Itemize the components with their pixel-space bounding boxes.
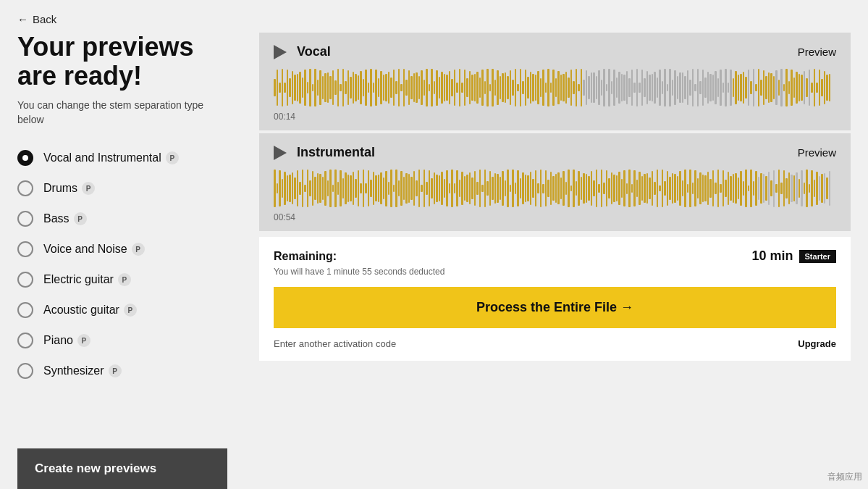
waveform-title-group-instrumental: Instrumental <box>274 145 375 160</box>
wave-bar <box>449 183 451 194</box>
wave-bar <box>469 172 471 204</box>
wave-bar <box>738 177 740 199</box>
wave-bar <box>806 170 808 207</box>
wave-bar <box>294 75 296 101</box>
wave-bar <box>439 175 441 201</box>
wave-bar <box>679 171 681 205</box>
wave-bar <box>505 72 507 102</box>
wave-bar <box>292 172 294 204</box>
wave-bar <box>277 183 279 193</box>
wave-bar <box>588 76 590 99</box>
wave-bar <box>436 70 438 106</box>
wave-bar <box>682 72 684 102</box>
wave-bar <box>570 70 573 105</box>
wave-bar <box>317 173 319 203</box>
wave-bar <box>684 76 686 99</box>
wave-bar <box>586 174 588 203</box>
activation-code-link[interactable]: Enter another activation code <box>274 338 396 349</box>
wave-bar <box>424 80 426 95</box>
wave-bar <box>694 170 696 206</box>
wave-bar <box>461 172 463 205</box>
pro-badge-drums: P <box>82 182 95 195</box>
pro-badge-synthesizer: P <box>109 364 122 377</box>
wave-bar <box>760 173 762 204</box>
wave-bar <box>755 171 757 206</box>
wave-bar <box>329 76 332 99</box>
wave-bar <box>791 70 793 105</box>
wave-bar <box>500 76 502 100</box>
wave-bar <box>547 180 549 197</box>
remaining-row: Remaining: 10 min Starter <box>274 248 836 264</box>
wave-bar <box>753 181 755 196</box>
wave-bar <box>748 185 750 192</box>
wave-bar <box>657 78 659 99</box>
upgrade-link[interactable]: Upgrade <box>798 338 836 349</box>
wave-bar <box>796 72 798 104</box>
wave-bar <box>593 72 595 102</box>
wave-bar <box>793 175 796 202</box>
wave-bar <box>649 177 651 199</box>
wave-bar <box>459 69 461 106</box>
wave-bar <box>530 172 532 204</box>
wave-bar <box>664 181 666 196</box>
radio-item-acoustic-guitar[interactable]: Acoustic guitarP <box>17 295 227 325</box>
radio-circle-electric-guitar <box>17 272 33 288</box>
wave-bar <box>578 84 580 91</box>
wave-bar <box>814 180 816 197</box>
wave-bar <box>667 84 669 91</box>
wave-bar <box>309 69 311 106</box>
wave-bar <box>765 176 767 200</box>
wave-bar <box>717 170 720 207</box>
wave-bar <box>555 78 557 97</box>
wave-bar <box>669 177 671 199</box>
process-entire-file-button[interactable]: Process the Entire File → <box>274 287 836 328</box>
wave-bar <box>725 180 727 197</box>
preview-link-instrumental[interactable]: Preview <box>798 146 836 159</box>
radio-item-synthesizer[interactable]: SynthesizerP <box>17 356 227 386</box>
wave-bar <box>370 180 372 198</box>
wave-bar <box>342 69 345 106</box>
radio-item-electric-guitar[interactable]: Electric guitarP <box>17 264 227 295</box>
deducted-text: You will have 1 minute 55 seconds deduct… <box>274 267 836 277</box>
wave-bar <box>547 69 549 106</box>
wave-bar <box>418 170 421 206</box>
wave-bar <box>410 177 413 201</box>
radio-item-vocal-instrumental[interactable]: Vocal and InstrumentalP <box>17 143 227 173</box>
wave-bar <box>454 70 456 106</box>
wave-bar <box>633 83 636 93</box>
wave-bar <box>292 71 294 104</box>
wave-bar <box>730 70 732 106</box>
play-button-instrumental[interactable] <box>274 146 287 160</box>
wave-bar <box>576 181 578 196</box>
radio-item-piano[interactable]: PianoP <box>17 325 227 356</box>
wave-bar <box>788 172 791 204</box>
wave-bar <box>545 170 547 207</box>
wave-bar <box>358 170 360 206</box>
play-button-vocal[interactable] <box>274 45 287 59</box>
wave-bar <box>824 71 826 104</box>
wave-bar <box>393 70 395 105</box>
radio-item-drums[interactable]: DrumsP <box>17 173 227 204</box>
wave-bar <box>773 76 775 99</box>
radio-item-bass[interactable]: BassP <box>17 204 227 234</box>
preview-link-vocal[interactable]: Preview <box>798 46 836 58</box>
wave-bar <box>654 182 656 196</box>
pro-badge-vocal-instrumental: P <box>166 151 179 164</box>
wave-bar <box>456 170 458 207</box>
wave-bar <box>641 70 644 106</box>
wave-bar <box>494 80 497 96</box>
wave-bar <box>601 170 603 207</box>
wave-bar <box>446 75 448 100</box>
wave-bar <box>709 179 712 198</box>
wave-bar <box>530 72 532 103</box>
wave-bar <box>712 170 715 206</box>
back-button[interactable]: ← Back <box>17 13 851 25</box>
create-previews-button[interactable]: Create new previews <box>17 448 227 489</box>
wave-bar <box>334 170 337 207</box>
bottom-section: Remaining: 10 min Starter You will have … <box>259 237 851 361</box>
wave-bar <box>327 72 329 103</box>
wave-bar <box>699 172 701 204</box>
wave-bar <box>459 180 461 198</box>
radio-item-voice-noise[interactable]: Voice and NoiseP <box>17 234 227 264</box>
wave-bar <box>770 73 772 103</box>
